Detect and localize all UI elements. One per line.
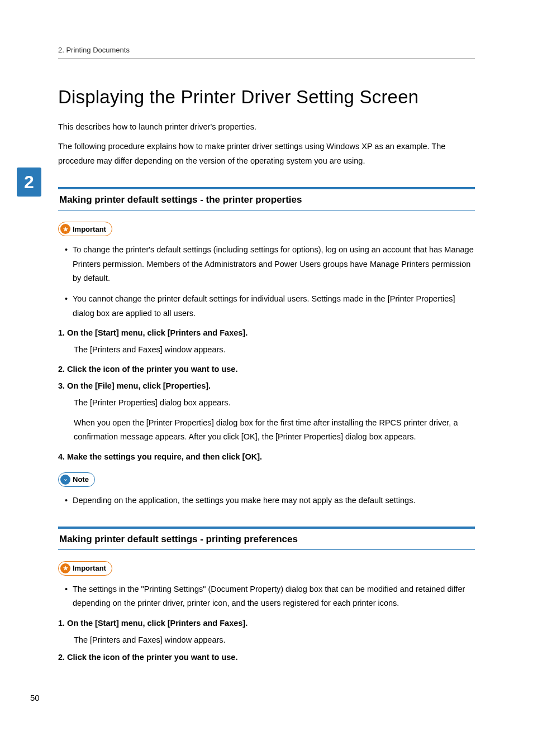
list-item: Depending on the application, the settin… <box>65 494 475 508</box>
step-body: The [Printers and Faxes] window appears. <box>58 343 475 357</box>
page-title: Displaying the Printer Driver Setting Sc… <box>58 87 475 108</box>
step-heading: 2. Click the icon of the printer you wan… <box>58 653 475 662</box>
step-heading: 4. Make the settings you require, and th… <box>58 452 475 461</box>
step-body: The [Printers and Faxes] window appears. <box>58 633 475 647</box>
important-label: Important <box>73 564 106 572</box>
page-number: 50 <box>30 693 40 702</box>
list-item: You cannot change the printer default se… <box>65 292 475 320</box>
section-heading: Making printer default settings - printi… <box>58 527 475 550</box>
chapter-number: 2 <box>24 172 34 193</box>
important-callout: Important <box>58 222 112 236</box>
step-heading: 1. On the [Start] menu, click [Printers … <box>58 619 475 628</box>
down-arrow-icon <box>60 475 70 485</box>
list-item: The settings in the "Printing Settings" … <box>65 582 475 611</box>
intro-paragraph: This describes how to launch printer dri… <box>58 120 475 134</box>
list-item: To change the printer's default settings… <box>65 243 475 285</box>
important-label: Important <box>73 225 106 233</box>
important-list: To change the printer's default settings… <box>58 243 475 320</box>
star-icon <box>60 563 70 573</box>
note-list: Depending on the application, the settin… <box>58 494 475 508</box>
step-heading: 3. On the [File] menu, click [Properties… <box>58 381 475 390</box>
note-callout: Note <box>58 472 95 487</box>
step-heading: 1. On the [Start] menu, click [Printers … <box>58 328 475 337</box>
intro-paragraph: The following procedure explains how to … <box>58 140 475 168</box>
star-icon <box>60 224 70 234</box>
page-header: 2. Printing Documents <box>58 46 475 59</box>
note-label: Note <box>73 475 89 484</box>
step-heading: 2. Click the icon of the printer you wan… <box>58 365 475 374</box>
step-body: The [Printer Properties] dialog box appe… <box>58 396 475 410</box>
chapter-tab: 2 <box>17 168 41 197</box>
step-body: When you open the [Printer Properties] d… <box>58 416 475 444</box>
section-heading: Making printer default settings - the pr… <box>58 187 475 210</box>
important-callout: Important <box>58 561 112 576</box>
breadcrumb: 2. Printing Documents <box>58 46 130 54</box>
page-content: Displaying the Printer Driver Setting Sc… <box>58 87 475 667</box>
important-list: The settings in the "Printing Settings" … <box>58 582 475 611</box>
